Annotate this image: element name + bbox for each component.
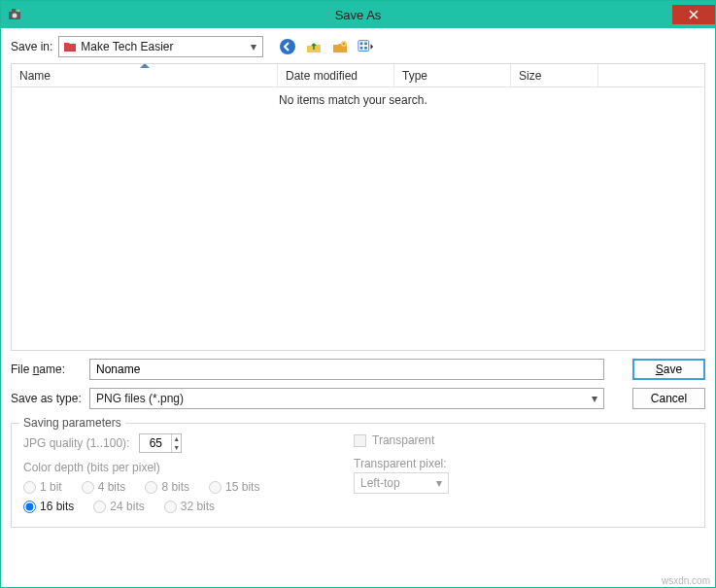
empty-message: No items match your search. — [12, 87, 704, 107]
checkbox-icon — [354, 434, 366, 447]
file-list[interactable]: Name Date modified Type Size No items ma… — [11, 63, 705, 351]
savetype-combo[interactable]: PNG files (*.png) ▾ — [89, 388, 604, 409]
up-button[interactable] — [303, 36, 324, 57]
svg-point-1 — [13, 14, 17, 18]
savetype-label: Save as type: — [11, 392, 84, 405]
window-title: Save As — [1, 8, 715, 22]
chevron-down-icon: ▾ — [245, 37, 262, 56]
svg-rect-11 — [360, 47, 363, 50]
save-button[interactable]: Save — [632, 359, 705, 380]
svg-rect-9 — [360, 43, 363, 46]
spinner-down-icon[interactable]: ▼ — [172, 443, 181, 452]
close-button[interactable] — [672, 5, 715, 24]
radio-32bits[interactable]: 32 bits — [164, 500, 215, 513]
filename-label: File name: — [11, 363, 84, 376]
transparent-checkbox[interactable]: Transparent — [354, 433, 693, 447]
spinner-up-icon[interactable]: ▲ — [172, 434, 181, 443]
view-menu-button[interactable] — [356, 36, 377, 57]
column-date[interactable]: Date modified — [278, 64, 394, 86]
column-type[interactable]: Type — [394, 64, 511, 86]
titlebar: Save As — [1, 1, 715, 28]
saving-parameters-group: Saving parameters JPG quality (1..100): … — [11, 423, 705, 528]
radio-1bit[interactable]: 1 bit — [23, 480, 62, 494]
svg-rect-8 — [358, 41, 369, 52]
svg-rect-10 — [365, 43, 368, 46]
radio-4bits[interactable]: 4 bits — [82, 480, 126, 494]
folder-icon — [63, 40, 77, 53]
cancel-button[interactable]: Cancel — [632, 388, 705, 409]
savetype-value: PNG files (*.png) — [96, 392, 184, 405]
transparent-pixel-value: Left-top — [360, 476, 400, 490]
svg-rect-12 — [365, 47, 368, 50]
svg-point-3 — [17, 10, 19, 12]
chevron-down-icon: ▾ — [430, 473, 448, 493]
jpg-quality-input[interactable] — [140, 434, 171, 452]
jpg-quality-spinner[interactable]: ▲ ▼ — [139, 433, 182, 453]
svg-rect-2 — [12, 9, 16, 12]
jpg-quality-label: JPG quality (1..100): — [23, 436, 129, 450]
back-button[interactable] — [277, 36, 298, 57]
list-header: Name Date modified Type Size — [12, 64, 704, 87]
chevron-down-icon: ▾ — [586, 389, 603, 408]
folder-name: Make Tech Easier — [81, 40, 173, 53]
transparent-pixel-select[interactable]: Left-top ▾ — [354, 472, 449, 494]
svg-point-6 — [280, 39, 295, 54]
column-spacer — [598, 64, 704, 86]
folder-combo[interactable]: Make Tech Easier ▾ — [58, 36, 263, 57]
transparent-label: Transparent — [372, 433, 434, 447]
column-size[interactable]: Size — [511, 64, 598, 86]
colordepth-label: Color depth (bits per pixel) — [23, 461, 295, 474]
radio-24bits[interactable]: 24 bits — [93, 500, 144, 513]
column-name[interactable]: Name — [12, 64, 278, 86]
new-folder-button[interactable] — [329, 36, 351, 57]
radio-16bits[interactable]: 16 bits — [23, 500, 74, 513]
save-in-label: Save in: — [11, 40, 52, 53]
filename-input[interactable] — [89, 359, 604, 380]
transparent-pixel-label: Transparent pixel: — [354, 457, 693, 470]
radio-15bits[interactable]: 15 bits — [209, 480, 259, 494]
saving-parameters-legend: Saving parameters — [19, 416, 125, 430]
watermark: wsxdn.com — [662, 575, 710, 586]
app-icon — [7, 7, 22, 22]
radio-8bits[interactable]: 8 bits — [145, 480, 189, 494]
